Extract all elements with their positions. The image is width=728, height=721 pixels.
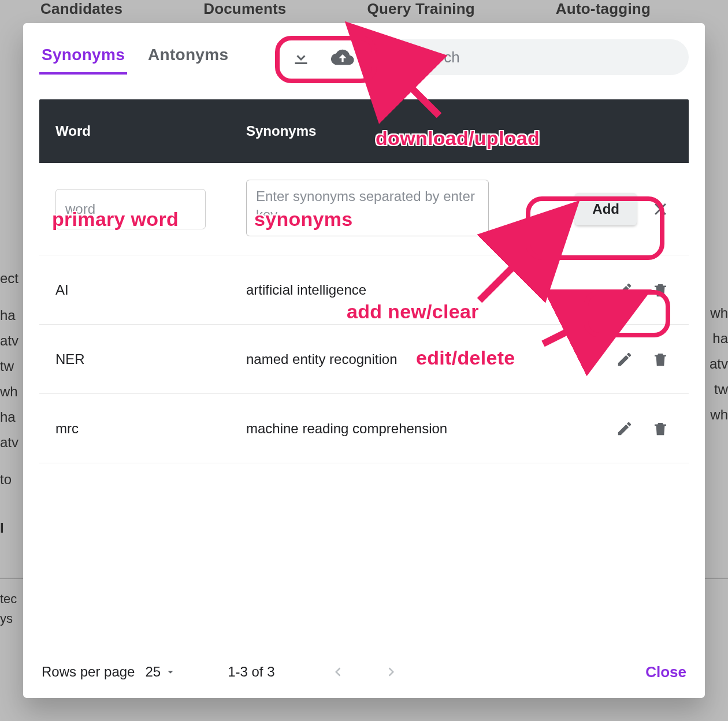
synonyms-cell: named entity recognition [246, 351, 545, 367]
word-cell: mrc [55, 421, 246, 437]
clear-button[interactable] [648, 197, 673, 221]
table-footer: Rows per page 25 1-3 of 3 Close [39, 648, 689, 686]
search-icon [385, 47, 403, 67]
rows-per-page-value: 25 [145, 664, 161, 680]
pencil-icon [616, 351, 633, 368]
edit-button[interactable] [612, 347, 637, 371]
delete-button[interactable] [648, 417, 673, 441]
pencil-icon [616, 420, 633, 437]
prev-page-button[interactable] [326, 660, 350, 684]
word-cell: NER [55, 351, 246, 367]
trash-icon [652, 281, 669, 299]
table-row: AI artificial intelligence [39, 255, 689, 325]
close-button[interactable]: Close [645, 663, 686, 681]
add-button[interactable]: Add [575, 193, 637, 225]
search-field[interactable] [372, 39, 689, 75]
rows-per-page-select[interactable]: 25 [145, 664, 177, 680]
download-icon [291, 47, 311, 68]
synonyms-table: Word Synonyms Add AI artificial intellig… [39, 99, 689, 686]
synonyms-dialog: Synonyms Antonyms Word Synonyms [23, 23, 705, 698]
rows-per-page-label: Rows per page [42, 664, 135, 680]
trash-icon [652, 351, 669, 368]
tab-synonyms[interactable]: Synonyms [39, 40, 127, 75]
io-button-group [288, 44, 355, 70]
primary-word-input[interactable] [55, 189, 206, 229]
delete-button[interactable] [648, 278, 673, 302]
dialog-tabs: Synonyms Antonyms [39, 40, 231, 75]
new-entry-row: Add [39, 163, 689, 255]
chevron-left-icon [329, 663, 347, 681]
edit-button[interactable] [612, 278, 637, 302]
chevron-down-icon [164, 666, 177, 678]
search-input[interactable] [412, 49, 675, 66]
synonyms-input[interactable] [246, 180, 489, 236]
cloud-upload-icon [331, 46, 354, 69]
word-cell: AI [55, 282, 246, 298]
page-range: 1-3 of 3 [228, 664, 274, 680]
synonyms-cell: artificial intelligence [246, 282, 545, 298]
col-word: Word [55, 123, 246, 139]
edit-button[interactable] [612, 417, 637, 441]
pager [326, 660, 403, 684]
table-row: NER named entity recognition [39, 325, 689, 394]
download-button[interactable] [288, 44, 314, 70]
col-synonyms: Synonyms [246, 123, 545, 139]
table-row: mrc machine reading comprehension [39, 394, 689, 463]
close-icon [651, 199, 670, 219]
tab-antonyms[interactable]: Antonyms [146, 40, 231, 75]
trash-icon [652, 420, 669, 437]
pencil-icon [616, 281, 633, 299]
synonyms-cell: machine reading comprehension [246, 421, 545, 437]
chevron-right-icon [382, 663, 400, 681]
delete-button[interactable] [648, 347, 673, 371]
table-header: Word Synonyms [39, 99, 689, 163]
upload-button[interactable] [330, 44, 355, 70]
next-page-button[interactable] [379, 660, 403, 684]
dialog-toolbar: Synonyms Antonyms [39, 39, 689, 75]
